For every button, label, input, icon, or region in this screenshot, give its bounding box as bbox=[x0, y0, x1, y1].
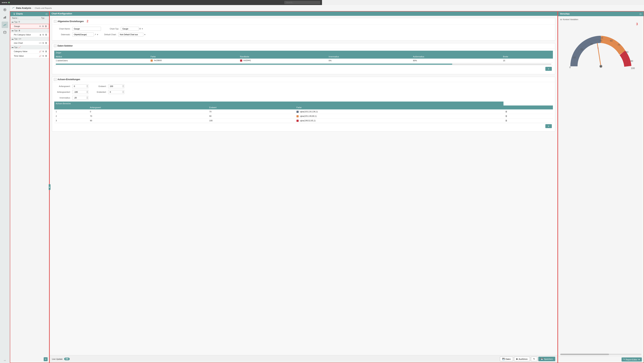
endwinkel-label: Endwinkel: bbox=[90, 91, 106, 93]
chart-group-row-3[interactable]: ▬ Typ: </> bbox=[10, 37, 49, 41]
copy-pie-btn[interactable]: ⧉ bbox=[42, 33, 44, 36]
datasatz-dropdown[interactable]: ▼ bbox=[97, 34, 98, 36]
copy-gauge-btn[interactable]: ⧉ bbox=[42, 25, 44, 28]
section-general-title: Allgemeine Einstellungen bbox=[58, 20, 84, 23]
delete-pie-btn[interactable]: 🗑 bbox=[45, 33, 48, 36]
charttype-input[interactable] bbox=[121, 27, 139, 31]
form-row-winkel: Anfangswinkel: ▲ ▼ Endwinkel: bbox=[54, 90, 322, 94]
chart-group-row-4[interactable]: ▬ Typ: 📈 bbox=[10, 45, 49, 49]
section-achsen-body: Anfangswert: ▲ ▼ Endwert: bbox=[52, 82, 322, 131]
default-chart-wrap: ▼ bbox=[118, 33, 146, 36]
chartname-label: Chart-Name: bbox=[54, 28, 70, 30]
anfangswert-label: Anfangswert: bbox=[54, 85, 70, 87]
charttype-dropdown-arrow[interactable]: ▼ bbox=[142, 28, 143, 30]
panel1-number: 1 bbox=[14, 12, 15, 15]
delete-code-btn[interactable]: 🗑 bbox=[45, 42, 48, 44]
type-icon-gauge: ⚙ bbox=[18, 21, 20, 23]
copy-code-btn[interactable]: ⧉ bbox=[42, 42, 44, 44]
panel-charts-collapse[interactable]: ◁ bbox=[45, 12, 47, 15]
chart-item-catval-icon: 📈 bbox=[38, 50, 42, 53]
panel-header-left: 1 Charts bbox=[12, 12, 23, 15]
sidebar-icon-data[interactable] bbox=[2, 29, 8, 36]
section-daten-header[interactable]: − Daten-Selektor bbox=[52, 43, 322, 48]
chart-item-code-icon: </> bbox=[38, 42, 42, 44]
bereiche-row3-farbe: rgba(198,52,65,1) bbox=[295, 118, 322, 123]
bereiche-add-row: + bbox=[54, 123, 322, 129]
default-chart-dropdown[interactable]: ▼ bbox=[144, 34, 146, 36]
charttype-select-wrap: ⚙ ▼ bbox=[121, 27, 143, 31]
svg-rect-5 bbox=[6, 16, 6, 18]
datasatz-input[interactable] bbox=[72, 32, 94, 36]
collapse-achsen[interactable]: − bbox=[54, 78, 56, 81]
bereiche-row1-color-badge bbox=[296, 111, 299, 113]
innenradius-arrows: ▲ ▼ bbox=[86, 96, 88, 100]
sidebar-icon-home[interactable] bbox=[2, 6, 8, 13]
chart-item-timeval[interactable]: Time-Value 📈 ⧉ 🗑 bbox=[10, 54, 49, 58]
panel-charts: 1 Charts ◁ Name ↑ Typ ▬ Typ: ⚙ bbox=[10, 11, 50, 182]
copy-catval-btn[interactable]: ⧉ bbox=[42, 50, 44, 53]
panel-config: Chart-Konfiguration − Allgemeine Einstel… bbox=[50, 11, 322, 182]
chart-item-gauge[interactable]: Gauge ⚙ ⧉ 🗑 bbox=[10, 24, 49, 28]
zeiger-progress-fill bbox=[56, 64, 322, 65]
bereiche-row-2: 2 70 90 rgba(225,139,80,1) 🗑 bbox=[54, 114, 322, 118]
chart-item-timeval-icon: 📈 bbox=[38, 55, 42, 57]
section-general-header[interactable]: − Allgemeine Einstellungen 2 bbox=[52, 18, 322, 24]
chart-item-timeval-name: Time-Value bbox=[14, 55, 38, 57]
anfangswert-wrap: ▲ ▼ bbox=[72, 84, 88, 88]
panel-config-title: Chart-Konfiguration bbox=[52, 12, 72, 15]
bereiche-row1-num: 1 bbox=[54, 110, 88, 114]
anfangswert-input[interactable] bbox=[72, 84, 88, 88]
datasatz-link-icon[interactable]: ↗ bbox=[94, 33, 96, 36]
bereiche-row2-farbe: rgba(225,139,80,1) bbox=[295, 114, 322, 118]
section-achsen-header[interactable]: − Achsen-Einstellungen bbox=[52, 77, 322, 82]
chart-item-pie-icon: ◑ bbox=[38, 34, 42, 36]
chart-item-gauge-name: Gauge bbox=[14, 25, 38, 27]
achsen-bereiche-table: Achsen-Bereiche Anfangswert Endwert Farb… bbox=[54, 102, 322, 123]
search-input[interactable] bbox=[284, 1, 320, 4]
bereiche-row2-color-badge bbox=[296, 115, 299, 117]
collapse-general[interactable]: − bbox=[54, 20, 56, 23]
col-anfang: Anfangswert bbox=[88, 106, 208, 110]
anfangswert-down[interactable]: ▼ bbox=[86, 86, 88, 88]
achsen-bereiche-header: Achsen-Bereiche bbox=[54, 102, 322, 106]
default-chart-input[interactable] bbox=[118, 33, 144, 36]
chart-item-catval[interactable]: Category-Value 📈 ⧉ 🗑 bbox=[10, 49, 49, 54]
copy-timeval-btn[interactable]: ⧉ bbox=[42, 54, 44, 57]
delete-gauge-btn[interactable]: 🗑 bbox=[44, 25, 48, 28]
chart-item-code[interactable]: new Chart </> ⧉ 🗑 bbox=[10, 41, 49, 45]
endwert-input[interactable] bbox=[108, 84, 124, 88]
innenradius-input[interactable] bbox=[72, 96, 88, 100]
bereiche-row3-num: 3 bbox=[54, 118, 88, 123]
charttype-gear-icon[interactable]: ⚙ bbox=[139, 28, 141, 30]
anfangswinkel-label: Anfangswinkel: bbox=[54, 91, 70, 93]
collapse-daten[interactable]: − bbox=[54, 44, 56, 47]
section2-number: 2 bbox=[86, 20, 88, 23]
chart-item-pie[interactable]: Pie Category-Value ◑ ⧉ 🗑 bbox=[10, 32, 49, 37]
delete-timeval-btn[interactable]: 🗑 bbox=[45, 54, 48, 57]
anfangswinkel-down[interactable]: ▼ bbox=[86, 92, 88, 94]
endwinkel-down[interactable]: ▼ bbox=[122, 92, 124, 94]
svg-rect-3 bbox=[4, 18, 4, 18]
chart-item-catval-name: Category-Value bbox=[14, 50, 38, 52]
sidebar-icon-analytics[interactable] bbox=[2, 14, 8, 20]
logo-svg: WVIRTIMO bbox=[2, 1, 7, 4]
chart-item-pie-actions: ⧉ 🗑 bbox=[42, 33, 48, 36]
innenradius-wrap: ▲ ▼ bbox=[72, 96, 88, 100]
col-type-header: Typ bbox=[38, 17, 47, 19]
expand-icon-1: ▬ bbox=[12, 21, 14, 23]
chart-group-row-1[interactable]: ▬ Typ: ⚙ bbox=[10, 20, 49, 24]
zeiger-progress-bar bbox=[56, 64, 322, 65]
top-bar: WVIRTIMO bbox=[0, 0, 322, 5]
anfangswinkel-input[interactable] bbox=[72, 90, 88, 94]
chart-group-row-2[interactable]: ▬ Typ: ◑ bbox=[10, 28, 49, 32]
bereiche-row1-end: 70 bbox=[208, 110, 295, 114]
type-label-3: Typ: </> bbox=[14, 38, 22, 40]
endwert-down[interactable]: ▼ bbox=[122, 86, 124, 88]
innenradius-down[interactable]: ▼ bbox=[86, 98, 88, 99]
delete-catval-btn[interactable]: 🗑 bbox=[45, 50, 48, 53]
endwert-label: Endwert: bbox=[90, 85, 106, 87]
col-farbe-head: Farbe bbox=[295, 106, 322, 110]
chartname-input[interactable] bbox=[72, 27, 101, 31]
endwinkel-input[interactable] bbox=[108, 90, 124, 94]
sidebar-icon-charts[interactable] bbox=[2, 22, 8, 28]
